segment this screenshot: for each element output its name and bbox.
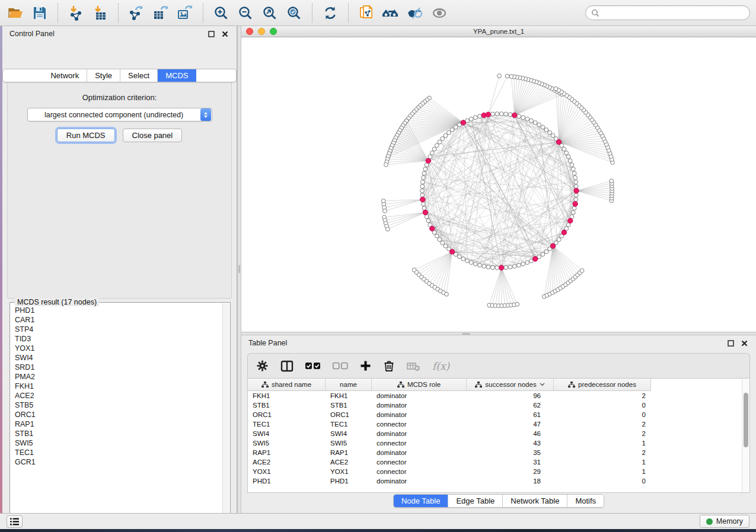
mcds-result-item[interactable]: GCR1 (15, 457, 222, 467)
table-cell[interactable]: ORC1 (326, 411, 372, 418)
table-cell[interactable]: 18 (467, 477, 554, 485)
hide-glasses-icon[interactable] (406, 4, 425, 23)
zoom-fit-icon[interactable] (260, 4, 279, 23)
table-cell[interactable]: STB1 (326, 402, 372, 409)
table-cell[interactable]: 2 (554, 430, 651, 437)
table-cell[interactable]: STB1 (248, 402, 326, 409)
mcds-result-item[interactable]: STB5 (15, 400, 222, 410)
export-image-icon[interactable] (176, 4, 194, 23)
column-header-shared-name[interactable]: shared name (248, 379, 326, 390)
mcds-result-item[interactable]: CAR1 (15, 315, 222, 325)
table-cell[interactable]: 62 (467, 402, 554, 409)
table-row[interactable]: TEC1TEC1connector472 (248, 419, 749, 429)
table-scrollbar[interactable] (742, 379, 749, 492)
search-network-icon[interactable] (381, 4, 400, 23)
refresh-icon[interactable] (321, 4, 340, 23)
table-cell[interactable]: ACE2 (248, 459, 326, 466)
table-cell[interactable]: ACE2 (326, 459, 372, 466)
splitter-grip[interactable] (238, 265, 240, 273)
table-cell[interactable]: dominator (372, 402, 467, 409)
scrollbar-thumb[interactable] (744, 393, 748, 447)
import-table-icon[interactable] (91, 4, 110, 23)
table-cell[interactable]: 47 (467, 421, 554, 428)
table-cell[interactable]: dominator (372, 477, 467, 485)
table-cell[interactable]: connector (372, 421, 467, 428)
table-cell[interactable]: SWI4 (248, 430, 326, 437)
mcds-result-item[interactable]: SWI4 (15, 353, 222, 363)
table-row[interactable]: SWI5SWI5connector431 (248, 438, 749, 448)
tab-network[interactable]: Network (43, 69, 87, 82)
column-header-successor-nodes[interactable]: successor nodes (467, 379, 554, 390)
select-all-checkboxes-icon[interactable] (305, 362, 321, 370)
mcds-result-item[interactable]: RAP1 (15, 419, 222, 429)
splitter-grip[interactable] (462, 333, 470, 335)
mcds-result-item[interactable]: ACE2 (15, 391, 222, 400)
table-cell[interactable]: SWI4 (326, 430, 372, 437)
tab-node-table[interactable]: Node Table (394, 495, 448, 507)
table-cell[interactable]: connector (372, 440, 467, 447)
tab-select[interactable]: Select (120, 69, 157, 82)
network-window-titlebar[interactable]: YPA_prune.txt_1 (241, 26, 756, 37)
run-mcds-button[interactable]: Run MCDS (57, 129, 115, 142)
table-cell[interactable]: 1 (554, 468, 651, 475)
mcds-result-item[interactable]: PMA2 (15, 372, 222, 382)
close-panel-icon[interactable] (220, 29, 229, 39)
table-cell[interactable]: 31 (467, 459, 554, 466)
table-cell[interactable]: 2 (554, 421, 651, 428)
table-cell[interactable]: PHD1 (248, 477, 326, 485)
export-network-icon[interactable] (127, 4, 146, 23)
import-network-icon[interactable] (66, 4, 85, 23)
tab-edge-table[interactable]: Edge Table (448, 495, 502, 507)
mcds-result-scrollbar[interactable] (222, 303, 229, 521)
tab-motifs[interactable]: Motifs (567, 495, 604, 507)
mcds-result-item[interactable]: SWI5 (15, 438, 222, 448)
mcds-result-item[interactable]: YOX1 (15, 344, 222, 353)
table-cell[interactable]: 1 (554, 459, 651, 466)
table-cell[interactable]: RAP1 (248, 449, 326, 456)
table-row[interactable]: PHD1PHD1dominator180 (248, 476, 749, 486)
table-cell[interactable]: YOX1 (326, 468, 372, 475)
deselect-all-checkboxes-icon[interactable] (333, 362, 348, 370)
table-cell[interactable]: 2 (554, 392, 651, 399)
close-panel-icon[interactable] (739, 338, 749, 348)
float-panel-icon[interactable] (206, 29, 216, 39)
table-row[interactable]: SWI4SWI4dominator462 (248, 429, 749, 438)
table-cell[interactable]: connector (372, 459, 467, 466)
table-cell[interactable]: 0 (554, 402, 651, 409)
table-row[interactable]: ACE2ACE2connector311 (248, 457, 749, 467)
search-input[interactable] (603, 9, 744, 17)
table-cell[interactable]: 96 (467, 392, 554, 399)
mcds-result-item[interactable]: STP4 (15, 325, 222, 334)
table-row[interactable]: RAP1RAP1dominator352 (248, 448, 749, 457)
table-cell[interactable]: YOX1 (248, 468, 326, 475)
gear-icon[interactable] (256, 360, 269, 372)
table-cell[interactable]: 1 (554, 440, 651, 447)
table-cell[interactable]: 61 (467, 411, 554, 418)
table-cell[interactable]: connector (372, 468, 467, 475)
search-field[interactable] (585, 5, 750, 20)
table-cell[interactable]: dominator (372, 411, 467, 418)
table-cell[interactable]: dominator (372, 430, 467, 437)
mcds-result-item[interactable]: STB1 (15, 429, 222, 438)
close-panel-button[interactable]: Close panel (123, 129, 183, 142)
mcds-result-item[interactable]: ORC1 (15, 410, 222, 419)
table-row[interactable]: FKH1FKH1dominator962 (248, 391, 749, 400)
table-row[interactable]: YOX1YOX1connector291 (248, 467, 749, 476)
table-cell[interactable]: 43 (467, 440, 554, 447)
table-cell[interactable]: 0 (554, 411, 651, 418)
save-session-icon[interactable] (30, 4, 49, 23)
mcds-result-item[interactable]: TEC1 (15, 448, 222, 457)
table-cell[interactable]: TEC1 (248, 421, 326, 428)
open-session-icon[interactable] (6, 4, 25, 23)
delete-column-icon[interactable] (383, 360, 395, 372)
table-cell[interactable]: FKH1 (326, 392, 372, 399)
add-column-icon[interactable] (360, 360, 371, 371)
table-cell[interactable]: SWI5 (248, 440, 326, 447)
delete-table-icon[interactable] (407, 361, 420, 371)
optimization-criterion-select[interactable]: largest connected component (undirected) (27, 108, 212, 121)
tab-style[interactable]: Style (87, 69, 120, 82)
table-cell[interactable]: 29 (467, 468, 554, 475)
columns-icon[interactable] (280, 360, 294, 372)
table-cell[interactable]: RAP1 (326, 449, 372, 456)
table-row[interactable]: STB1STB1dominator620 (248, 400, 749, 410)
